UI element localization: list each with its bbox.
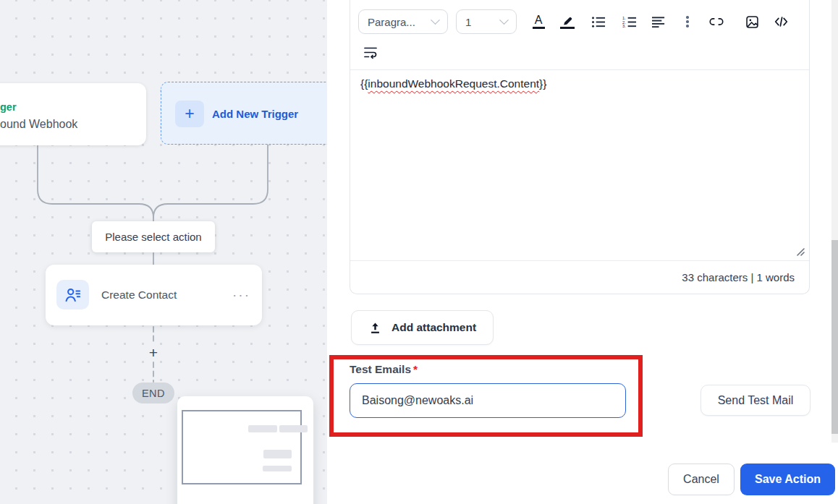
resize-handle-icon[interactable] xyxy=(795,247,805,256)
highlight-icon xyxy=(561,14,575,25)
code-view-button[interactable] xyxy=(769,9,793,34)
numbered-list-icon: 1.2.3. xyxy=(622,15,638,29)
create-contact-icon xyxy=(64,287,82,303)
test-emails-label: Test Emails* xyxy=(350,363,418,376)
workflow-canvas[interactable]: ger ound Webhook + Add New Trigger Pleas… xyxy=(0,0,327,504)
text-wrap-icon xyxy=(363,46,378,60)
select-action-hint: Please select action xyxy=(92,221,215,252)
create-contact-node[interactable]: Create Contact ··· xyxy=(46,265,262,325)
contact-icon-box xyxy=(56,280,89,309)
scrollbar-track[interactable] xyxy=(831,0,838,443)
add-attachment-button[interactable]: Add attachment xyxy=(351,310,494,345)
minimap-placeholder-bar xyxy=(263,450,292,458)
email-body-text: {{inboundWebhookRequest.Content}} xyxy=(360,77,799,90)
more-options-icon xyxy=(686,16,688,27)
editor-footer: 33 characters | 1 words xyxy=(350,260,809,293)
merge-field-token: inboundWebhookRequest.Content xyxy=(368,77,539,90)
text-color-icon: A xyxy=(535,14,543,25)
chevron-down-icon xyxy=(499,15,509,25)
editor-body[interactable]: {{inboundWebhookRequest.Content}} xyxy=(350,70,809,260)
text-wrap-button[interactable] xyxy=(358,40,383,65)
upload-icon xyxy=(368,321,382,335)
paragraph-style-dropdown[interactable]: Paragra... xyxy=(358,9,448,34)
svg-text:3.: 3. xyxy=(622,24,626,28)
select-action-text: Please select action xyxy=(105,231,201,243)
align-icon xyxy=(651,15,666,29)
text-color-button[interactable]: A xyxy=(526,9,551,34)
save-action-button[interactable]: Save Action xyxy=(740,464,835,495)
end-badge-text: END xyxy=(142,388,165,399)
highlight-button[interactable] xyxy=(555,9,580,34)
trigger-name-label: ound Webhook xyxy=(0,118,77,131)
minimap-frame xyxy=(182,410,302,484)
trigger-type-label: ger xyxy=(0,101,17,113)
image-icon xyxy=(745,14,760,30)
insert-link-button[interactable] xyxy=(704,9,729,34)
insert-image-button[interactable] xyxy=(740,9,764,34)
more-options-button[interactable] xyxy=(675,9,700,34)
trigger-node-inbound-webhook[interactable]: ger ound Webhook xyxy=(0,83,146,145)
code-icon xyxy=(773,14,790,30)
chevron-down-icon xyxy=(431,15,440,25)
font-size-value: 1 xyxy=(465,16,471,28)
font-size-dropdown[interactable]: 1 xyxy=(456,9,517,34)
character-word-count: 33 characters | 1 words xyxy=(682,271,795,283)
scrollbar-thumb[interactable] xyxy=(831,240,838,434)
minimap-placeholder-bar xyxy=(263,466,292,471)
minimap-placeholder-bar xyxy=(279,425,308,432)
cancel-button[interactable]: Cancel xyxy=(668,464,735,495)
add-attachment-label: Add attachment xyxy=(392,321,476,334)
workflow-action-screen: ger ound Webhook + Add New Trigger Pleas… xyxy=(0,0,838,504)
minimap-card[interactable] xyxy=(177,396,313,504)
add-new-trigger-button[interactable]: + Add New Trigger xyxy=(161,82,327,145)
add-step-plus-icon[interactable]: + xyxy=(146,345,161,361)
add-new-trigger-label: Add New Trigger xyxy=(212,82,298,145)
create-contact-label: Create Contact xyxy=(101,265,177,325)
link-icon xyxy=(708,14,724,30)
bullet-list-button[interactable] xyxy=(586,9,611,34)
numbered-list-button[interactable]: 1.2.3. xyxy=(617,9,642,34)
action-settings-panel: Paragra... 1 A xyxy=(327,0,838,504)
send-test-mail-button[interactable]: Send Test Mail xyxy=(701,385,811,416)
end-badge: END xyxy=(132,383,174,403)
minimap-placeholder-bar xyxy=(248,425,277,432)
editor-toolbar: Paragra... 1 A xyxy=(350,0,809,70)
plus-icon: + xyxy=(175,101,204,127)
paragraph-style-value: Paragra... xyxy=(368,16,415,28)
node-menu-dots-icon[interactable]: ··· xyxy=(232,265,250,325)
bullet-list-icon xyxy=(591,15,606,29)
rich-text-editor: Paragra... 1 A xyxy=(350,0,810,294)
test-emails-input[interactable] xyxy=(350,383,626,418)
align-button[interactable] xyxy=(646,9,671,34)
required-asterisk: * xyxy=(413,363,418,375)
